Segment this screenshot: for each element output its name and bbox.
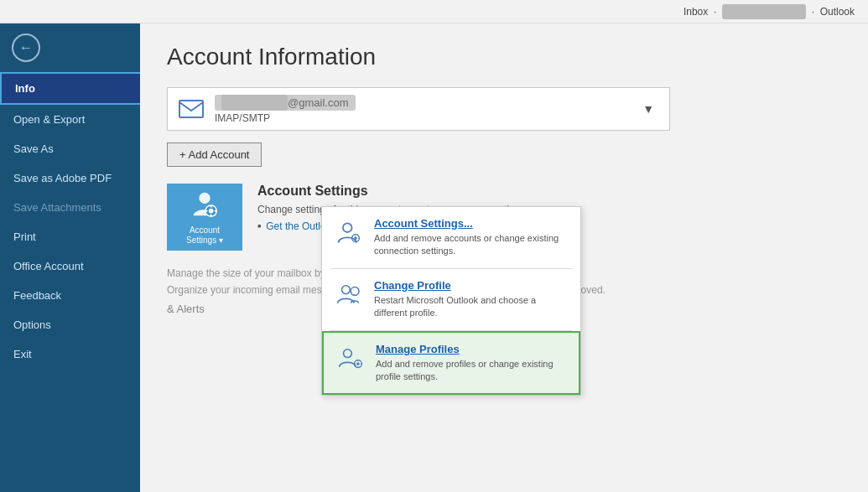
sidebar-back: ← bbox=[0, 23, 140, 72]
account-email-masked: mask@gmail.com bbox=[215, 95, 356, 111]
top-bar-email bbox=[722, 4, 806, 19]
svg-rect-11 bbox=[355, 234, 356, 236]
menu-item-manage-profiles[interactable]: Manage Profiles Add and remove profiles … bbox=[322, 331, 580, 396]
menu-item-change-profile-title: Change Profile bbox=[374, 279, 569, 292]
change-profile-icon bbox=[334, 279, 364, 309]
sidebar-item-info[interactable]: Info bbox=[0, 72, 140, 105]
top-bar: Inbox · · Outlook bbox=[0, 0, 868, 23]
account-type: IMAP/SMTP bbox=[215, 112, 636, 124]
back-button[interactable]: ← bbox=[12, 34, 40, 62]
menu-item-account-settings[interactable]: Account Settings... Add and remove accou… bbox=[322, 207, 580, 268]
svg-point-16 bbox=[351, 287, 359, 295]
sidebar-item-save-as-pdf[interactable]: Save as Adobe PDF bbox=[0, 163, 140, 193]
account-info: mask@gmail.com IMAP/SMTP bbox=[215, 95, 636, 124]
svg-rect-20 bbox=[357, 360, 358, 361]
svg-point-10 bbox=[354, 236, 357, 240]
top-bar-text: Inbox · · Outlook bbox=[683, 4, 855, 19]
menu-item-account-settings-title: Account Settings... bbox=[374, 217, 569, 230]
account-settings-dropdown: Account Settings... Add and remove accou… bbox=[321, 206, 581, 396]
menu-item-manage-profiles-content: Manage Profiles Add and remove profiles … bbox=[376, 343, 567, 384]
menu-item-change-profile-content: Change Profile Restart Microsoft Outlook… bbox=[374, 279, 569, 320]
menu-item-change-profile-desc: Restart Microsoft Outlook and choose a d… bbox=[374, 294, 569, 320]
menu-item-change-profile[interactable]: Change Profile Restart Microsoft Outlook… bbox=[322, 269, 580, 330]
svg-rect-4 bbox=[211, 205, 212, 208]
content-area: Account Information mask@gmail.com IMAP/… bbox=[140, 23, 868, 492]
menu-item-account-settings-content: Account Settings... Add and remove accou… bbox=[374, 217, 569, 258]
sidebar-item-open-export[interactable]: Open & Export bbox=[0, 105, 140, 134]
account-email-icon bbox=[176, 94, 206, 124]
account-selector[interactable]: mask@gmail.com IMAP/SMTP ▼ bbox=[167, 87, 670, 131]
sidebar-item-save-as[interactable]: Save As bbox=[0, 134, 140, 163]
svg-rect-23 bbox=[361, 363, 362, 364]
sidebar-item-feedback[interactable]: Feedback bbox=[0, 281, 140, 310]
menu-item-account-settings-desc: Add and remove accounts or change existi… bbox=[374, 232, 569, 258]
page-title: Account Information bbox=[167, 44, 841, 70]
svg-rect-7 bbox=[214, 210, 216, 212]
svg-rect-5 bbox=[211, 214, 212, 216]
account-settings-label: AccountSettings ▾ bbox=[186, 225, 223, 246]
svg-point-19 bbox=[356, 362, 360, 365]
svg-point-3 bbox=[209, 209, 214, 214]
sidebar-item-save-attachments: Save Attachments bbox=[0, 193, 140, 222]
sidebar-item-print[interactable]: Print bbox=[0, 222, 140, 251]
svg-rect-12 bbox=[355, 241, 356, 242]
svg-rect-6 bbox=[205, 210, 208, 212]
sidebar-item-options[interactable]: Options bbox=[0, 310, 140, 339]
svg-rect-13 bbox=[351, 237, 353, 238]
svg-point-17 bbox=[344, 349, 352, 357]
menu-item-manage-profiles-title: Manage Profiles bbox=[376, 343, 567, 355]
main-layout: ← Info Open & Export Save As Save as Ado… bbox=[0, 23, 868, 492]
menu-item-manage-profiles-desc: Add and remove profiles or change existi… bbox=[376, 358, 567, 384]
add-account-button[interactable]: + Add Account bbox=[167, 142, 262, 167]
account-settings-title: Account Settings bbox=[257, 184, 578, 199]
svg-point-8 bbox=[343, 223, 352, 232]
sidebar-item-office-account[interactable]: Office Account bbox=[0, 251, 140, 281]
svg-point-15 bbox=[342, 286, 351, 294]
account-settings-button[interactable]: AccountSettings ▾ bbox=[167, 184, 242, 251]
svg-rect-22 bbox=[354, 363, 356, 364]
svg-rect-14 bbox=[358, 237, 360, 238]
svg-rect-0 bbox=[179, 101, 203, 117]
sidebar: ← Info Open & Export Save As Save as Ado… bbox=[0, 23, 140, 492]
account-dropdown-arrow[interactable]: ▼ bbox=[636, 99, 661, 119]
manage-profiles-icon bbox=[335, 343, 366, 373]
account-settings-menu-icon bbox=[334, 217, 364, 247]
svg-point-1 bbox=[199, 193, 210, 204]
svg-rect-21 bbox=[357, 366, 358, 368]
sidebar-item-exit[interactable]: Exit bbox=[0, 339, 140, 369]
